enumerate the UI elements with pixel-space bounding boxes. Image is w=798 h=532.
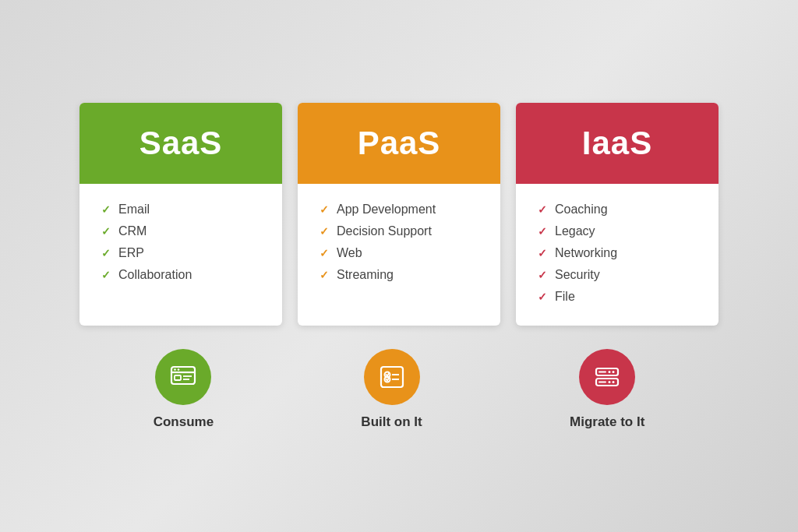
feature-label: Collaboration [118, 268, 192, 282]
feature-label: File [555, 290, 575, 304]
svg-point-15 [609, 371, 611, 373]
iaas-title: IaaS [582, 125, 652, 162]
svg-point-17 [609, 381, 611, 383]
migrate-label: Migrate to It [570, 414, 644, 430]
feature-label: Legacy [555, 224, 595, 238]
check-icon: ✓ [538, 225, 547, 238]
consume-item: Consume [154, 349, 214, 430]
iaas-body: ✓ Coaching ✓ Legacy ✓ Networking ✓ Secur… [516, 184, 719, 326]
list-item: ✓ CRM [101, 224, 260, 238]
list-item: ✓ Decision Support [320, 224, 478, 238]
main-container: SaaS ✓ Email ✓ CRM ✓ ERP [79, 103, 719, 430]
saas-title: SaaS [139, 125, 223, 162]
check-icon: ✓ [320, 247, 329, 259]
check-icon: ✓ [538, 247, 547, 259]
migrate-icon-circle [579, 349, 635, 405]
svg-point-2 [175, 368, 177, 371]
feature-label: Networking [555, 246, 617, 260]
paas-body: ✓ App Development ✓ Decision Support ✓ W… [298, 184, 500, 304]
feature-label: Streaming [337, 268, 394, 282]
saas-body: ✓ Email ✓ CRM ✓ ERP ✓ Collaboration [79, 184, 282, 304]
check-icon: ✓ [538, 203, 547, 216]
paas-feature-list: ✓ App Development ✓ Decision Support ✓ W… [320, 203, 478, 282]
built-label: Built on It [361, 414, 422, 430]
browser-icon [168, 362, 198, 392]
feature-label: Coaching [555, 203, 608, 217]
svg-rect-7 [381, 367, 403, 387]
check-icon: ✓ [320, 269, 329, 281]
saas-card: SaaS ✓ Email ✓ CRM ✓ ERP [79, 103, 282, 326]
svg-point-3 [178, 368, 180, 371]
feature-label: Decision Support [337, 224, 432, 238]
list-item: ✓ Networking [538, 246, 697, 260]
check-icon: ✓ [101, 269, 111, 281]
paas-title: PaaS [358, 125, 441, 162]
paas-card: PaaS ✓ App Development ✓ Decision Suppor… [298, 103, 500, 326]
consume-label: Consume [154, 414, 214, 430]
feature-label: Web [337, 246, 362, 260]
check-icon: ✓ [101, 225, 111, 238]
check-icon: ✓ [101, 247, 111, 259]
feature-label: Email [118, 203, 150, 217]
cards-row: SaaS ✓ Email ✓ CRM ✓ ERP [79, 103, 719, 326]
svg-rect-4 [175, 375, 181, 380]
list-item: ✓ Collaboration [101, 268, 260, 282]
built-icon-circle [364, 349, 420, 405]
icons-row: Consume Built on It [79, 349, 719, 430]
list-item: ✓ Security [538, 268, 697, 282]
checklist-icon [377, 362, 407, 392]
iaas-header: IaaS [516, 103, 719, 184]
paas-header: PaaS [298, 103, 500, 184]
server-icon [592, 362, 622, 392]
check-icon: ✓ [320, 225, 329, 238]
list-item: ✓ ERP [101, 246, 260, 260]
feature-label: App Development [337, 203, 436, 217]
built-item: Built on It [361, 349, 422, 430]
list-item: ✓ Coaching [538, 203, 697, 217]
feature-label: ERP [118, 246, 144, 260]
svg-point-16 [613, 381, 615, 383]
check-icon: ✓ [320, 203, 329, 216]
feature-label: CRM [118, 224, 147, 238]
consume-icon-circle [155, 349, 211, 405]
list-item: ✓ Streaming [320, 268, 478, 282]
check-icon: ✓ [538, 291, 547, 303]
list-item: ✓ Legacy [538, 224, 697, 238]
check-icon: ✓ [538, 269, 547, 281]
iaas-feature-list: ✓ Coaching ✓ Legacy ✓ Networking ✓ Secur… [538, 203, 697, 304]
list-item: ✓ App Development [320, 203, 478, 217]
list-item: ✓ File [538, 290, 697, 304]
list-item: ✓ Email [101, 203, 260, 217]
iaas-card: IaaS ✓ Coaching ✓ Legacy ✓ Networking [516, 103, 719, 326]
saas-header: SaaS [79, 103, 282, 184]
list-item: ✓ Web [320, 246, 478, 260]
feature-label: Security [555, 268, 600, 282]
saas-feature-list: ✓ Email ✓ CRM ✓ ERP ✓ Collaboration [101, 203, 260, 282]
svg-point-14 [613, 371, 615, 373]
migrate-item: Migrate to It [570, 349, 644, 430]
check-icon: ✓ [101, 203, 111, 216]
